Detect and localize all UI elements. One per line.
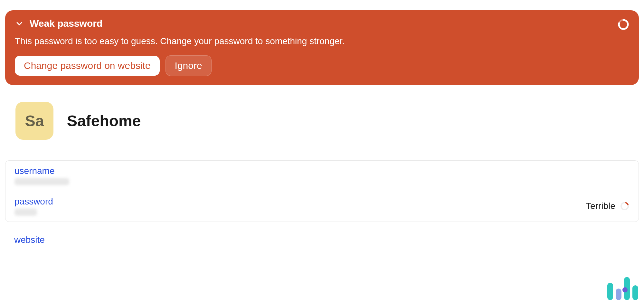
fields-card: username password Terrible xyxy=(5,160,639,222)
item-header: Sa Safehome xyxy=(15,102,639,140)
username-field[interactable]: username xyxy=(5,161,639,191)
brand-graphic-icon xyxy=(607,277,638,300)
strength-ring-icon xyxy=(618,19,629,30)
strength-ring-small-icon xyxy=(620,201,630,211)
chevron-down-icon[interactable] xyxy=(15,19,24,28)
change-password-button[interactable]: Change password on website xyxy=(15,56,160,76)
ignore-button[interactable]: Ignore xyxy=(166,55,212,76)
website-label: website xyxy=(14,235,639,245)
weak-password-alert: Weak password This password is too easy … xyxy=(5,10,639,85)
password-strength-text: Terrible xyxy=(586,201,615,211)
password-value-concealed xyxy=(14,209,37,216)
username-label: username xyxy=(14,166,630,176)
username-value-concealed xyxy=(14,178,69,185)
alert-body: This password is too easy to guess. Chan… xyxy=(15,36,629,46)
item-avatar: Sa xyxy=(15,102,53,140)
alert-title: Weak password xyxy=(30,18,102,29)
password-field[interactable]: password Terrible xyxy=(5,191,639,222)
item-title: Safehome xyxy=(67,112,141,130)
password-label: password xyxy=(14,196,586,207)
